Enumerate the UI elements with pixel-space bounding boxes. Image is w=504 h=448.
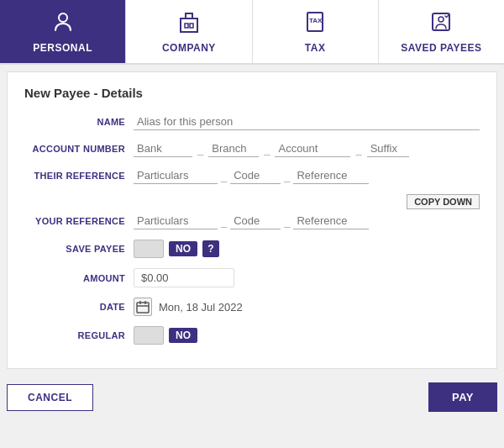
tab-company-label: COMPANY bbox=[162, 42, 216, 54]
save-payee-row: SAVE PAYEE NO ? bbox=[24, 240, 480, 258]
saved-payees-icon bbox=[429, 10, 453, 39]
tab-personal-label: PERSONAL bbox=[33, 42, 92, 54]
svg-point-8 bbox=[438, 17, 444, 22]
your-sep-1: _ bbox=[221, 215, 227, 228]
save-payee-no-button[interactable]: NO bbox=[169, 241, 197, 256]
suffix-input[interactable] bbox=[367, 140, 409, 157]
svg-rect-4 bbox=[190, 24, 193, 28]
your-ref-row: YOUR REFERENCE _ _ bbox=[24, 213, 480, 229]
their-sep-1: _ bbox=[221, 170, 227, 182]
your-reference-input[interactable] bbox=[293, 213, 369, 229]
tax-icon: TAX bbox=[303, 10, 327, 39]
amount-label: AMOUNT bbox=[24, 273, 134, 283]
copy-down-button[interactable]: COPY DOWN bbox=[407, 194, 480, 209]
company-icon bbox=[177, 10, 201, 39]
your-ref-label: YOUR REFERENCE bbox=[24, 216, 134, 226]
account-row: ACCOUNT NUMBER _ _ _ bbox=[24, 140, 480, 157]
bank-input[interactable] bbox=[134, 140, 192, 157]
tab-tax-label: TAX bbox=[305, 42, 326, 54]
their-sep-2: _ bbox=[284, 170, 290, 182]
tab-tax[interactable]: TAX TAX bbox=[253, 0, 379, 63]
their-ref-fields: _ _ bbox=[134, 167, 480, 184]
regular-label: REGULAR bbox=[24, 330, 134, 340]
branch-input[interactable] bbox=[208, 140, 259, 157]
account-sep-3: _ bbox=[354, 143, 363, 155]
pay-button[interactable]: PAY bbox=[428, 382, 497, 412]
cancel-button[interactable]: CANCEL bbox=[7, 384, 93, 411]
tab-personal[interactable]: PERSONAL bbox=[0, 0, 126, 63]
account-sep-1: _ bbox=[196, 143, 205, 155]
svg-rect-1 bbox=[181, 18, 197, 32]
amount-row: AMOUNT bbox=[24, 268, 480, 287]
save-payee-switch[interactable] bbox=[134, 240, 164, 258]
tab-company[interactable]: COMPANY bbox=[126, 0, 252, 63]
svg-rect-9 bbox=[137, 303, 149, 313]
svg-point-0 bbox=[59, 13, 67, 22]
account-input[interactable] bbox=[275, 140, 350, 157]
svg-rect-2 bbox=[186, 13, 192, 18]
regular-toggle-container: NO bbox=[134, 326, 197, 345]
form-panel: New Payee - Details NAME ACCOUNT NUMBER … bbox=[7, 71, 497, 369]
their-ref-label: THEIR REFERENCE bbox=[24, 171, 134, 181]
their-ref-row: THEIR REFERENCE _ _ bbox=[24, 167, 480, 184]
svg-text:TAX: TAX bbox=[309, 17, 323, 24]
your-ref-fields: _ _ bbox=[134, 213, 480, 229]
name-label: NAME bbox=[24, 117, 134, 127]
regular-row: REGULAR NO bbox=[24, 326, 480, 345]
account-sep-2: _ bbox=[262, 143, 271, 155]
date-value: Mon, 18 Jul 2022 bbox=[159, 301, 243, 314]
footer: CANCEL PAY bbox=[0, 376, 504, 419]
their-particulars-input[interactable] bbox=[134, 167, 218, 184]
save-payee-help-button[interactable]: ? bbox=[202, 240, 219, 257]
save-payee-toggle-container: NO ? bbox=[134, 240, 219, 258]
name-input[interactable] bbox=[134, 113, 480, 130]
copy-down-row: COPY DOWN bbox=[134, 194, 480, 209]
personal-icon bbox=[51, 10, 75, 39]
your-code-input[interactable] bbox=[230, 213, 281, 229]
name-row: NAME bbox=[24, 113, 480, 130]
svg-rect-3 bbox=[185, 24, 188, 28]
your-sep-2: _ bbox=[284, 215, 290, 228]
your-particulars-input[interactable] bbox=[134, 213, 218, 229]
tabs-bar: PERSONAL COMPANY TAX TAX bbox=[0, 0, 504, 65]
calendar-icon[interactable] bbox=[134, 298, 152, 316]
tab-saved-payees[interactable]: SAVED PAYEES bbox=[379, 0, 504, 63]
date-picker-row: Mon, 18 Jul 2022 bbox=[134, 298, 243, 316]
save-payee-label: SAVE PAYEE bbox=[24, 244, 134, 254]
their-reference-input[interactable] bbox=[293, 167, 369, 184]
account-fields: _ _ _ bbox=[134, 140, 480, 157]
regular-switch[interactable] bbox=[134, 326, 164, 345]
form-title: New Payee - Details bbox=[24, 86, 480, 100]
their-code-input[interactable] bbox=[230, 167, 281, 184]
amount-input[interactable] bbox=[134, 268, 234, 287]
regular-no-button[interactable]: NO bbox=[169, 328, 197, 343]
tab-saved-payees-label: SAVED PAYEES bbox=[401, 42, 481, 54]
account-label: ACCOUNT NUMBER bbox=[24, 144, 134, 154]
date-label: DATE bbox=[24, 302, 134, 312]
date-row: DATE Mon, 18 Jul 2022 bbox=[24, 298, 480, 316]
